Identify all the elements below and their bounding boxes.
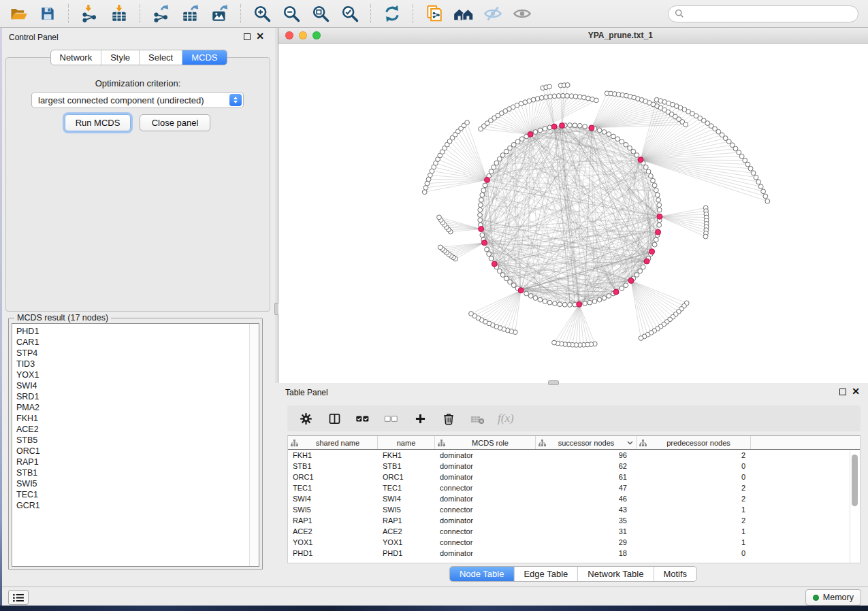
network-node[interactable] [508,146,513,150]
refresh-layout-button[interactable] [381,2,404,25]
network-node[interactable] [515,139,520,144]
select-all-rows-button[interactable] [355,410,371,427]
mcds-network-node[interactable] [518,288,524,293]
mcds-result-item[interactable]: TEC1 [16,489,250,500]
network-node[interactable] [500,273,505,278]
network-node[interactable] [597,297,602,302]
table-row[interactable]: SWI5SWI5connector431 [288,504,860,515]
network-node[interactable] [489,169,494,174]
network-node[interactable] [761,189,766,194]
network-node[interactable] [751,171,756,176]
network-node[interactable] [437,215,442,220]
network-node[interactable] [489,257,494,261]
network-node[interactable] [631,149,636,154]
duplicate-network-button[interactable] [423,2,446,25]
import-table-button[interactable] [108,2,131,25]
network-node[interactable] [519,137,524,142]
network-node[interactable] [652,242,657,247]
tab-edge-table[interactable]: Edge Table [513,567,577,581]
network-node[interactable] [531,97,536,102]
network-node[interactable] [504,149,509,154]
network-graph[interactable] [278,44,868,383]
table-row[interactable]: STB1STB1dominator620 [288,461,860,472]
mcds-result-item[interactable]: STB5 [16,435,250,446]
network-node[interactable] [703,234,708,239]
network-canvas[interactable] [278,44,868,383]
mcds-network-node[interactable] [551,124,557,129]
network-node[interactable] [745,162,750,167]
network-node[interactable] [497,156,502,161]
network-node[interactable] [504,276,509,281]
network-node[interactable] [538,128,543,133]
export-image-button[interactable] [208,2,231,25]
network-node[interactable] [634,153,639,158]
network-node[interactable] [583,301,588,306]
network-node[interactable] [649,174,654,178]
mcds-result-item[interactable]: PHD1 [16,326,250,337]
mcds-network-node[interactable] [644,259,649,264]
network-node[interactable] [524,291,529,296]
tab-style[interactable]: Style [101,50,139,65]
column-header-shared-name[interactable]: shared name [288,436,378,449]
network-node[interactable] [544,95,549,99]
memory-button[interactable]: Memory [805,589,861,606]
network-node[interactable] [602,130,607,135]
network-node[interactable] [656,198,661,203]
network-node[interactable] [511,142,516,147]
table-row[interactable]: YOX1YOX1connector291 [288,537,860,548]
network-node[interactable] [422,190,427,195]
network-node[interactable] [480,193,485,197]
mcds-network-node[interactable] [589,125,594,131]
network-node[interactable] [638,269,643,274]
network-node[interactable] [478,213,483,218]
table-row[interactable]: PHD1PHD1dominator180 [288,548,860,559]
mcds-result-item[interactable]: RAP1 [16,457,250,467]
network-node[interactable] [646,169,651,174]
network-node[interactable] [533,130,538,135]
mcds-network-node[interactable] [560,123,565,129]
open-file-button[interactable] [7,2,30,25]
mcds-result-item[interactable]: GCR1 [16,500,250,511]
network-node[interactable] [607,294,611,299]
network-node[interactable] [478,218,483,222]
tab-mcds[interactable]: MCDS [182,50,226,65]
network-node[interactable] [639,336,643,341]
mcds-network-node[interactable] [528,131,533,137]
mcds-result-item[interactable]: SWI4 [16,380,250,391]
network-node[interactable] [748,166,753,171]
mcds-network-node[interactable] [638,157,643,163]
mcds-result-item[interactable]: YOX1 [16,369,250,380]
float-window-icon[interactable] [244,33,251,40]
close-panel-icon[interactable]: ✕ [852,386,860,397]
network-node[interactable] [607,132,611,137]
tab-select[interactable]: Select [139,50,182,65]
network-node[interactable] [620,286,624,291]
network-node[interactable] [438,245,443,250]
network-node[interactable] [497,269,502,274]
network-node[interactable] [573,123,577,128]
mcds-result-item[interactable]: STB1 [16,467,250,478]
search-field[interactable] [668,5,858,22]
mcds-result-item[interactable]: SRD1 [16,391,250,402]
network-node[interactable] [641,265,645,269]
network-node[interactable] [553,301,558,306]
zoom-out-button[interactable] [280,2,303,25]
mcds-result-item[interactable]: CAR1 [16,337,250,348]
network-node[interactable] [758,184,763,189]
criterion-dropdown[interactable]: largest connected component (undirected) [31,92,244,108]
network-node[interactable] [588,300,592,305]
network-node[interactable] [657,222,662,227]
export-network-button[interactable] [150,2,173,25]
minimize-window-traffic-light[interactable] [299,31,307,39]
network-node[interactable] [624,283,628,288]
network-node[interactable] [615,137,620,142]
deselect-all-rows-button[interactable] [383,410,400,427]
network-node[interactable] [763,194,768,199]
export-table-button[interactable] [179,2,202,25]
mcds-network-node[interactable] [613,289,619,295]
save-button[interactable] [36,2,59,25]
network-window-titlebar[interactable]: YPA_prune.txt_1 [278,28,868,44]
mcds-result-item[interactable]: ORC1 [16,446,250,457]
network-node[interactable] [511,283,516,288]
table-row[interactable]: FKH1FKH1dominator962 [288,450,860,461]
